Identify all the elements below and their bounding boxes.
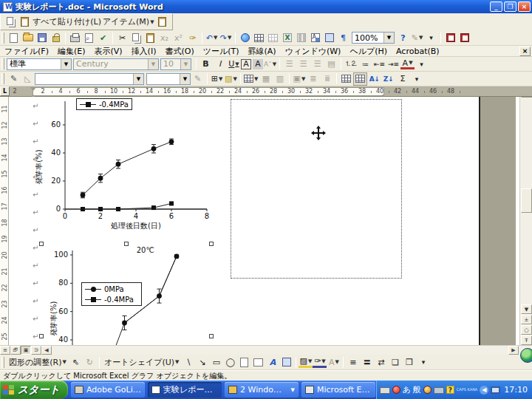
spelling-icon[interactable]: ✔ <box>96 31 110 44</box>
vertical-scrollbar[interactable]: ▲ ▼ ± ○ Ŧ <box>519 97 532 345</box>
scroll-right-icon[interactable]: ▶ <box>508 346 519 355</box>
scroll-down-icon[interactable]: ▼ <box>521 304 532 314</box>
font-size-combobox[interactable]: 10 ▼ <box>160 58 191 70</box>
keyboard-layout-icon[interactable] <box>380 387 390 394</box>
browse-previous-icon[interactable]: ± <box>521 315 532 324</box>
taskbar-task-2[interactable]: 2 Windows ...▼ <box>225 382 299 398</box>
ime-pad-icon[interactable] <box>423 386 432 394</box>
cut-icon[interactable]: ✂ <box>115 31 129 44</box>
chevron-down-icon[interactable]: ▼ <box>61 59 71 69</box>
format-painter-icon[interactable]: ✑ <box>185 31 200 44</box>
document-area[interactable]: 111213141516171819202122232425 ↵↵↵↵↵↵↵↵↵… <box>0 97 532 345</box>
web-layout-view-icon[interactable]: 🗗 <box>10 346 21 355</box>
lower-chart-legend[interactable]: 0MPa -0.4MPa <box>81 282 142 306</box>
dash-style-icon[interactable]: 〓 <box>360 355 374 369</box>
selection-handle[interactable] <box>209 334 214 338</box>
convert-to-pdf-email-icon[interactable] <box>457 31 471 44</box>
tools-tray-icon[interactable] <box>434 387 444 394</box>
font-color-icon[interactable]: A▼ <box>400 58 415 69</box>
menu-item-3[interactable]: 挿入(I) <box>127 46 161 56</box>
toolbar-options-icon[interactable]: ▾ <box>415 58 429 71</box>
ime-conversion-mode[interactable]: 般 <box>413 384 421 395</box>
borders-icon[interactable]: ⊞▼ <box>210 72 224 86</box>
scrollbar-thumb[interactable] <box>521 188 532 213</box>
line-style-combobox[interactable]: ▼ <box>35 73 144 85</box>
toolbar-drag-handle[interactable] <box>1 33 4 44</box>
toolbar-drag-handle[interactable] <box>1 73 4 83</box>
select-browse-object-icon[interactable]: ○ <box>521 325 532 335</box>
chevron-down-icon[interactable]: ▼ <box>180 59 191 69</box>
tables-borders-icon[interactable] <box>252 31 266 44</box>
arrow-style-icon[interactable]: ⇄ <box>374 355 388 369</box>
line-style-icon[interactable]: ≡ <box>346 355 360 369</box>
new-document-icon[interactable] <box>7 31 21 44</box>
fill-color-icon[interactable]: ▨▼ <box>299 356 313 368</box>
select-objects-icon[interactable]: ⇖ <box>69 355 83 369</box>
insert-hyperlink-icon[interactable] <box>238 31 252 44</box>
diagram-icon[interactable] <box>279 355 293 369</box>
selection-handle[interactable] <box>39 242 44 246</box>
text-box-icon[interactable] <box>237 355 251 369</box>
horizontal-scrollbar-thumb[interactable] <box>52 346 508 355</box>
taskbar-task-1[interactable]: 実験レポート.d... <box>148 382 222 398</box>
menu-item-2[interactable]: 表示(V) <box>90 46 127 56</box>
menu-item-6[interactable]: 罫線(A) <box>244 46 281 56</box>
zoom-combobox[interactable]: 100% ▼ <box>352 32 395 44</box>
print-layout-view-icon[interactable]: ▣ <box>21 346 31 355</box>
toolbar-drag-handle[interactable] <box>1 357 4 368</box>
clear-clipboard-icon[interactable] <box>155 16 169 29</box>
chevron-down-icon[interactable]: ▼ <box>148 59 158 69</box>
character-shading-icon[interactable]: A <box>253 59 263 69</box>
normal-view-icon[interactable]: ≡ <box>0 346 10 355</box>
bold-icon[interactable]: B <box>199 58 213 71</box>
eraser-icon[interactable]: ◺ <box>21 72 35 86</box>
chevron-down-icon[interactable]: ▼ <box>291 387 295 393</box>
menu-item-8[interactable]: ヘルプ(H) <box>345 46 392 56</box>
convert-to-pdf-icon[interactable] <box>443 31 457 44</box>
shading-color-icon[interactable]: ▨▼ <box>224 72 238 86</box>
hide-icons-chevron-icon[interactable]: ◀ <box>480 386 488 395</box>
draw-table-pen-icon[interactable]: ✎ <box>7 72 21 86</box>
menu-item-7[interactable]: ウィンドウ(W) <box>281 46 346 56</box>
font-combobox[interactable]: Century ▼ <box>73 58 159 70</box>
paste-all-button[interactable]: すべて貼り付け(L) <box>32 16 102 29</box>
increase-indent-icon[interactable]: ⇥≡ <box>386 58 400 71</box>
menu-item-9[interactable]: Acrobat(B) <box>392 46 444 56</box>
office-assistant-globe-icon[interactable] <box>520 348 532 363</box>
numbering-icon[interactable]: ⒈⒉ <box>344 58 358 71</box>
outline-view-icon[interactable]: ∋ <box>31 346 41 355</box>
help-tray-icon[interactable]: ? <box>446 386 454 394</box>
minimize-button[interactable]: _ <box>490 1 502 12</box>
arrow-icon[interactable]: ↘ <box>195 355 209 369</box>
vertical-text-box-icon[interactable] <box>251 355 265 369</box>
selection-handle[interactable] <box>209 242 214 246</box>
shadow-style-icon[interactable]: ❏ <box>388 355 402 369</box>
help-icon[interactable]: ? <box>396 31 410 44</box>
clipboard-items-button[interactable]: アイテム(M)▼ <box>102 16 155 29</box>
tray-app-icon[interactable] <box>392 386 400 394</box>
line-icon[interactable]: ∖ <box>181 355 195 369</box>
vertical-ruler[interactable]: 111213141516171819202122232425 <box>0 97 9 345</box>
sort-ascending-icon[interactable]: A↓ <box>367 72 381 86</box>
table-autoformat-icon[interactable] <box>339 72 353 86</box>
browse-next-icon[interactable]: Ŧ <box>521 335 532 345</box>
italic-icon[interactable]: I <box>213 58 227 71</box>
tab-selector[interactable]: L <box>0 86 10 96</box>
character-border-icon[interactable]: A <box>241 59 251 69</box>
formatting-marks-icon[interactable]: ¶ <box>336 31 350 44</box>
upper-chart-plot[interactable]: 020406002468処理後日数(日)発芽率(%) <box>30 97 222 239</box>
selection-handle[interactable] <box>124 242 129 246</box>
paste-all-icon[interactable] <box>18 16 32 29</box>
undo-icon[interactable]: ↶▼ <box>205 31 219 44</box>
taskbar-task-0[interactable]: Adobe GoLive... <box>71 382 145 398</box>
underline-icon[interactable]: U▼ <box>227 58 241 71</box>
insert-table-icon[interactable]: ▼ <box>243 72 259 86</box>
sort-descending-icon[interactable]: Z↓ <box>381 72 395 86</box>
menu-item-1[interactable]: 編集(E) <box>53 46 90 56</box>
scroll-up-icon[interactable]: ▲ <box>521 97 532 98</box>
autoshapes-button[interactable]: オートシェイプ(U)▼ <box>102 355 182 369</box>
drawing-toolbar-icon[interactable] <box>308 31 322 44</box>
copy-icon[interactable] <box>129 31 143 44</box>
scroll-left-icon[interactable]: ◀ <box>41 346 52 355</box>
style-combobox[interactable]: 標準 ▼ <box>7 58 72 70</box>
